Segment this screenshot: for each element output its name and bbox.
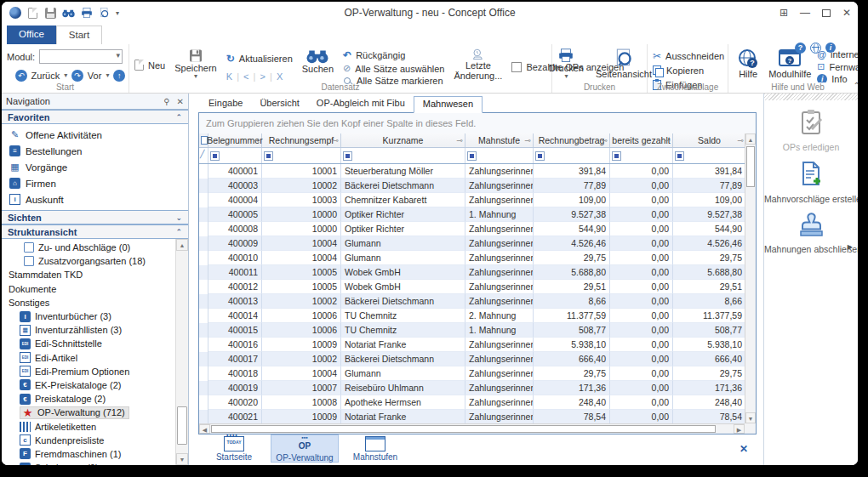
cell-belegnummer[interactable]: 400009 — [208, 236, 262, 251]
tree-item-op-verwaltung-712-[interactable]: ★OP-Verwaltung (712) — [2, 406, 175, 419]
cell-belegnummer[interactable]: 400010 — [208, 251, 262, 265]
tab-übersicht[interactable]: Übersicht — [251, 96, 307, 113]
filter-cell-mahnstufe[interactable] — [465, 148, 534, 163]
cell-mahnstufe[interactable]: Zahlungserinnerung — [465, 338, 534, 352]
cell-belegnummer[interactable]: 400005 — [208, 207, 262, 222]
cell-rechnungbetrag[interactable]: 11.377,59 — [534, 309, 610, 323]
forward-button[interactable]: Vor — [88, 71, 102, 81]
cell-rechnungsempf[interactable]: 10006 — [262, 323, 341, 338]
cell-mahnstufe[interactable]: Zahlungserinnerung — [465, 366, 534, 381]
cell-saldo[interactable]: 29,51 — [673, 280, 746, 294]
cell-belegnummer[interactable]: 400001 — [208, 164, 262, 179]
table-row[interactable]: 40000410003Chemnitzer KabarettZahlungser… — [199, 193, 756, 207]
cell-saldo[interactable]: 78,54 — [673, 410, 746, 424]
search-binoculars-icon[interactable] — [62, 7, 75, 20]
filter-selector-icon[interactable] — [535, 151, 545, 161]
cell-rechnungsempf[interactable]: 10000 — [262, 207, 341, 222]
cell-saldo[interactable]: 508,77 — [673, 323, 746, 338]
row-indicator[interactable] — [199, 251, 208, 265]
scroll-left-icon[interactable]: ◀ — [199, 424, 210, 434]
column-header-kurzname[interactable]: Kurzname⊸ — [341, 133, 465, 147]
table-row[interactable]: 40001010004GlumannZahlungserinnerung29,7… — [199, 251, 756, 265]
cell-bereits-gezahlt[interactable]: 0,00 — [610, 323, 673, 338]
column-header-bereits-gezahlt[interactable]: bereits gezahlt⊸ — [610, 133, 673, 147]
cell-rechnungbetrag[interactable]: 109,00 — [534, 193, 610, 207]
cell-mahnstufe[interactable]: Zahlungserinnerung — [465, 352, 534, 366]
grid-vscrollbar[interactable]: ▲ ▼ — [745, 133, 756, 423]
cell-saldo[interactable]: 544,90 — [673, 222, 746, 236]
cell-rechnungsempf[interactable]: 10006 — [262, 309, 341, 323]
sidebar-item-bestellungen[interactable]: ≡Bestellungen — [2, 143, 188, 159]
pin-window-icon[interactable]: ⊞ — [779, 7, 788, 19]
back-circle-icon[interactable]: ↶ — [15, 70, 27, 82]
cut-button[interactable]: ✂ Ausschneiden — [653, 49, 724, 62]
cell-kurzname[interactable]: Glumann — [341, 236, 465, 251]
cell-bereits-gezahlt[interactable]: 0,00 — [610, 294, 673, 309]
cell-kurzname[interactable]: Wobek GmbH — [341, 265, 465, 280]
row-indicator[interactable] — [199, 338, 208, 352]
tree-item-zu-und-abschläge-0-[interactable]: Zu- und Abschläge (0) — [2, 241, 175, 254]
table-row[interactable]: 40000310002Bäckerei DietschmannZahlungse… — [199, 179, 756, 193]
section-favoriten[interactable]: Favoriten ⌃ — [2, 110, 188, 124]
cell-belegnummer[interactable]: 400020 — [208, 395, 262, 410]
table-row[interactable]: 40001610009Notariat FrankeZahlungserinne… — [199, 338, 756, 352]
cell-saldo[interactable]: 5.938,10 — [673, 338, 746, 352]
cell-mahnstufe[interactable]: Zahlungserinnerung — [465, 410, 534, 424]
cell-rechnungsempf[interactable]: 10009 — [262, 410, 341, 424]
cell-rechnungsempf[interactable]: 10002 — [262, 294, 341, 309]
pin-panel-icon[interactable]: ⚲ — [163, 97, 169, 106]
cell-rechnungsempf[interactable]: 10008 — [262, 395, 341, 410]
tree-item-edi-artikel[interactable]: EDIEdi-Artikel — [2, 351, 175, 365]
cell-rechnungbetrag[interactable]: 666,40 — [534, 352, 610, 366]
cell-belegnummer[interactable]: 400017 — [208, 352, 262, 366]
table-row[interactable]: 40000110001Steuerberatung MöllerZahlungs… — [199, 164, 756, 179]
cell-rechnungsempf[interactable]: 10000 — [262, 222, 341, 236]
tab-op-abgleich-mit-fibu[interactable]: OP-Abgleich mit Fibu — [308, 96, 414, 113]
tree-item-fremdmaschinen-1-[interactable]: FFremdmaschinen (1) — [2, 447, 175, 461]
cell-bereits-gezahlt[interactable]: 0,00 — [610, 410, 673, 424]
cell-belegnummer[interactable]: 400018 — [208, 366, 262, 381]
tree-item-artikeletiketten[interactable]: Artikeletiketten — [2, 419, 175, 433]
cell-mahnstufe[interactable]: Zahlungserinnerung — [465, 265, 534, 280]
cell-bereits-gezahlt[interactable]: 0,00 — [610, 236, 673, 251]
cell-rechnungsempf[interactable]: 10009 — [262, 338, 341, 352]
cell-rechnungbetrag[interactable]: 78,54 — [534, 410, 610, 424]
ribbon-collapse-icon[interactable]: ⌃ — [853, 81, 858, 90]
cell-belegnummer[interactable]: 400019 — [208, 381, 262, 395]
filter-cell-belegnummer[interactable] — [208, 148, 262, 163]
row-indicator[interactable] — [199, 323, 208, 338]
cell-saldo[interactable]: 109,00 — [673, 193, 746, 207]
last-change-button[interactable]: Letzte Änderung... — [450, 47, 507, 82]
row-indicator[interactable] — [199, 280, 208, 294]
cell-bereits-gezahlt[interactable]: 0,00 — [610, 381, 673, 395]
cell-belegnummer[interactable]: 400004 — [208, 193, 262, 207]
filter-cell-kurzname[interactable] — [341, 148, 465, 163]
cell-bereits-gezahlt[interactable]: 0,00 — [610, 164, 673, 179]
remote-support-button[interactable]: ⊡ Fernwar — [817, 61, 858, 72]
maximize-icon[interactable] — [822, 9, 831, 17]
cell-rechnungbetrag[interactable]: 5.688,80 — [534, 265, 610, 280]
cell-belegnummer[interactable]: 400015 — [208, 323, 262, 338]
row-indicator[interactable] — [199, 236, 208, 251]
filter-selector-icon[interactable] — [343, 151, 352, 161]
scroll-up-icon[interactable]: ▲ — [745, 133, 756, 145]
cell-bereits-gezahlt[interactable]: 0,00 — [610, 338, 673, 352]
cell-kurzname[interactable]: TU Chemnitz — [341, 323, 465, 338]
table-row[interactable]: 40001910007Reisebüro UhlmannZahlungserin… — [199, 381, 756, 395]
table-row[interactable]: 40001510006TU Chemnitz1. Mahnung508,770,… — [199, 323, 756, 338]
cell-kurzname[interactable]: Bäckerei Dietschmann — [341, 352, 465, 366]
minimize-icon[interactable]: — — [800, 7, 810, 19]
info-button[interactable]: i Info — [817, 74, 858, 82]
cell-kurzname[interactable]: Steuerberatung Möller — [341, 164, 465, 179]
row-indicator[interactable] — [199, 193, 208, 207]
cell-saldo[interactable]: 29,75 — [673, 366, 746, 381]
cell-rechnungbetrag[interactable]: 544,90 — [534, 222, 610, 236]
tree-item-preiskataloge-2-[interactable]: €Preiskataloge (2) — [2, 392, 175, 406]
cell-rechnungsempf[interactable]: 10002 — [262, 352, 341, 366]
new-document-icon[interactable] — [26, 7, 39, 20]
row-indicator[interactable] — [199, 222, 208, 236]
cell-rechnungsempf[interactable]: 10007 — [262, 381, 341, 395]
grid-hscrollbar[interactable]: ◀ ▶ — [199, 423, 745, 434]
table-row[interactable]: 40002010008Apotheke HermsenZahlungserinn… — [199, 395, 756, 410]
app-logo[interactable] — [9, 7, 21, 20]
